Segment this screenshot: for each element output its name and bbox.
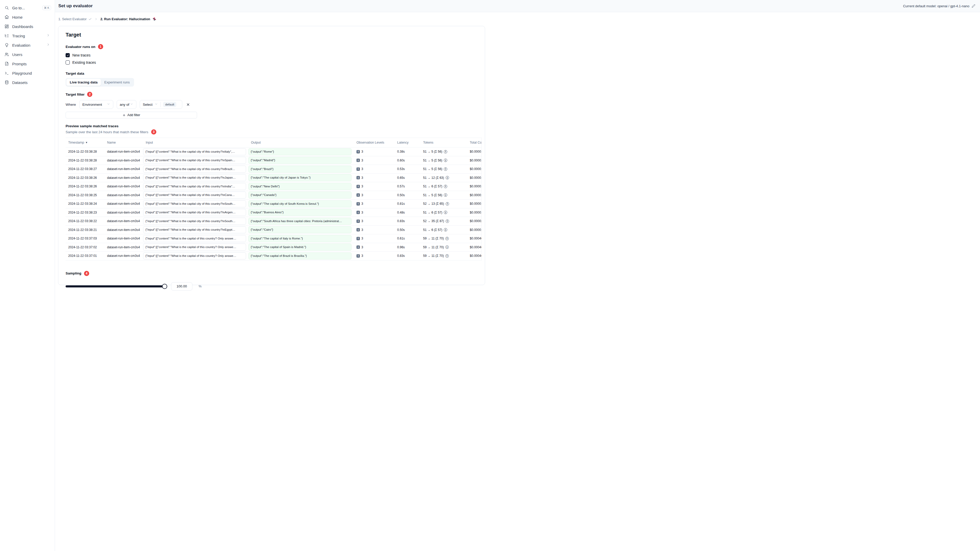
cell-input[interactable]: {"input":[{"content":"What is the capita… — [143, 166, 246, 173]
sidebar-item-prompts[interactable]: Prompts — [0, 59, 55, 68]
cell-name: dataset-run-item-cm3s4 — [105, 226, 143, 234]
breadcrumb-step-2: 2. Run Evaluator: Hallucination — [100, 17, 157, 21]
observation-levels-icon: i — [356, 193, 360, 197]
cell-input[interactable]: {"input":[{"content":"What is the capita… — [143, 209, 246, 216]
sidebar-item-evaluation[interactable]: Evaluation — [0, 40, 55, 50]
info-icon: i — [444, 159, 447, 162]
tokens-value: 51 → 5 (Σ 56) — [423, 150, 442, 153]
table-row[interactable]: 2024-11-22 03:38:26 dataset-run-item-cm3… — [65, 174, 482, 183]
checkbox-new-traces[interactable]: New traces — [65, 52, 482, 59]
sidebar-item-playground[interactable]: Playground — [0, 68, 55, 78]
cell-input[interactable]: {"input":[{"content":"What is the capita… — [143, 235, 246, 242]
cell-output[interactable]: {"output":"Madrid"} — [248, 157, 352, 164]
add-filter-label: Add filter — [127, 113, 140, 117]
checkbox-existing-traces[interactable]: Existing traces — [65, 59, 482, 66]
target-card: Target Evaluator runs on 1 New traces Ex… — [58, 26, 485, 275]
observation-levels-icon: i — [356, 228, 360, 232]
column-header-name[interactable]: Name — [105, 141, 143, 144]
cell-output[interactable]: {"output":"The capital city of Japan is … — [248, 174, 352, 181]
tokens-value: 51 → 12 (Σ 63) — [423, 176, 444, 179]
filter-column-select[interactable]: Environment — [80, 100, 113, 109]
remove-filter-button[interactable] — [186, 102, 191, 107]
sidebar-item-dashboards[interactable]: Dashboards — [0, 22, 55, 31]
cell-output[interactable]: {"output":"The capital city of South Kor… — [248, 200, 352, 207]
table-row[interactable]: 2024-11-22 03:38:28 dataset-run-item-cm3… — [65, 148, 482, 156]
table-row[interactable]: 2024-11-22 03:38:26 dataset-run-item-cm3… — [65, 182, 482, 191]
table-row[interactable]: 2024-11-22 03:38:28 dataset-run-item-cm3… — [65, 156, 482, 165]
table-row[interactable]: 2024-11-22 03:38:21 dataset-run-item-cm3… — [65, 226, 482, 235]
cell-output[interactable]: {"output":"Brazil"} — [248, 166, 352, 173]
where-label: Where — [65, 103, 76, 106]
cell-input[interactable]: {"input":[{"content":"What is the capita… — [143, 226, 246, 233]
checkbox-unchecked-icon[interactable] — [65, 60, 70, 65]
cell-input[interactable]: {"input":[{"content":"What is the capita… — [143, 252, 246, 259]
cell-output[interactable]: {"output":"The capital of Spain is Madri… — [248, 244, 352, 251]
column-header-total-cost[interactable]: Total Cost — [467, 141, 482, 144]
goto-search[interactable]: Go to... ⌘ K — [0, 3, 55, 13]
evaluator-runs-on-row: Evaluator runs on 1 — [65, 44, 482, 49]
tab-experiment-runs[interactable]: Experiment runs — [101, 79, 133, 86]
datasets-icon — [5, 80, 9, 85]
filter-value-chip[interactable]: default — [163, 102, 176, 107]
cell-input[interactable]: {"input":[{"content":"What is the capita… — [143, 192, 246, 198]
column-header-output[interactable]: Output — [248, 141, 354, 144]
cell-input[interactable]: {"input":[{"content":"What is the capita… — [143, 218, 246, 225]
cell-timestamp: 2024-11-22 03:38:21 — [65, 226, 105, 234]
cell-latency: 0.83s — [395, 252, 420, 260]
page-title: Set up evaluator — [58, 3, 92, 8]
column-header-input[interactable]: Input — [143, 141, 248, 144]
cell-output[interactable]: {"output":"Rome"} — [248, 148, 352, 155]
table-row[interactable]: 2024-11-22 03:37:02 dataset-run-item-cm3… — [65, 243, 482, 252]
tokens-value: 51 → 6 (Σ 57) — [423, 228, 442, 232]
cell-input[interactable]: {"input":[{"content":"What is the capita… — [143, 244, 246, 251]
cell-tokens: 51 → 12 (Σ 63) i — [420, 174, 467, 182]
cell-output[interactable]: {"output":"Cairo"} — [248, 226, 352, 233]
cell-output[interactable]: {"output":"New Delhi"} — [248, 183, 352, 190]
cell-total-cost: $0.000015 — [467, 174, 482, 182]
table-row[interactable]: 2024-11-22 03:38:22 dataset-run-item-cm3… — [65, 217, 482, 226]
breadcrumb-step-1-label: 1. Select Evaluator — [58, 17, 87, 21]
evaluator-logo-icon — [152, 17, 157, 21]
tab-live-tracing-data[interactable]: Live tracing data — [66, 79, 101, 86]
cell-timestamp: 2024-11-22 03:38:26 — [65, 182, 105, 191]
table-row[interactable]: 2024-11-22 03:38:24 dataset-run-item-cm3… — [65, 200, 482, 208]
cell-input[interactable]: {"input":[{"content":"What is the capita… — [143, 148, 246, 155]
column-header-tokens[interactable]: Tokens — [420, 141, 467, 144]
cell-output[interactable]: {"output":"The capital of Italy is Rome.… — [248, 235, 352, 242]
cell-observation-levels: i 3 — [354, 200, 395, 208]
search-icon — [5, 5, 9, 10]
column-header-latency[interactable]: Latency — [395, 141, 420, 144]
cell-input[interactable]: {"input":[{"content":"What is the capita… — [143, 183, 246, 190]
observation-levels-count: 3 — [361, 237, 363, 240]
column-header-observation-levels[interactable]: Observation Levels — [354, 141, 395, 144]
add-filter-button[interactable]: Add filter — [65, 112, 197, 118]
cell-input[interactable]: {"input":[{"content":"What is the capita… — [143, 200, 246, 207]
table-row[interactable]: 2024-11-22 03:37:03 dataset-run-item-cm3… — [65, 234, 482, 243]
info-icon: i — [444, 167, 447, 171]
sidebar-item-tracing[interactable]: Tracing — [0, 31, 55, 40]
cell-input[interactable]: {"input":[{"content":"What is the capita… — [143, 174, 246, 181]
cell-observation-levels: i 3 — [354, 165, 395, 173]
cell-output[interactable]: {"output":"Buenos Aires"} — [248, 209, 352, 216]
cell-output[interactable]: {"output":"Canada"} — [248, 192, 352, 198]
breadcrumb-step-1[interactable]: 1. Select Evaluator — [58, 17, 92, 21]
table-row[interactable]: 2024-11-22 03:37:01 dataset-run-item-cm3… — [65, 252, 482, 260]
filter-value-select[interactable]: Select default — [140, 100, 182, 109]
filter-operator-select[interactable]: any of — [117, 100, 136, 109]
cell-output[interactable]: {"output":"The capital of Brazil is Bras… — [248, 252, 352, 259]
column-header-timestamp[interactable]: Timestamp ▼ — [65, 141, 105, 144]
sidebar-item-home[interactable]: Home — [0, 13, 55, 22]
cell-output[interactable]: {"output":"South Africa has three capita… — [248, 218, 352, 225]
cell-tokens: 52 → 35 (Σ 87) i — [420, 217, 467, 225]
checkbox-checked-icon[interactable] — [65, 53, 70, 57]
cell-tokens: 51 → 5 (Σ 56) i — [420, 156, 467, 165]
observation-levels-icon: i — [356, 237, 360, 240]
info-icon: i — [445, 245, 449, 249]
table-row[interactable]: 2024-11-22 03:38:27 dataset-run-item-cm3… — [65, 165, 482, 174]
table-row[interactable]: 2024-11-22 03:38:25 dataset-run-item-cm3… — [65, 191, 482, 200]
sidebar-item-datasets[interactable]: Datasets — [0, 78, 55, 87]
cell-input[interactable]: {"input":[{"content":"What is the capita… — [143, 157, 246, 164]
sidebar-item-users[interactable]: Users — [0, 50, 55, 59]
table-row[interactable]: 2024-11-22 03:38:23 dataset-run-item-cm3… — [65, 208, 482, 217]
tokens-value: 52 → 13 (Σ 65) — [423, 202, 444, 205]
